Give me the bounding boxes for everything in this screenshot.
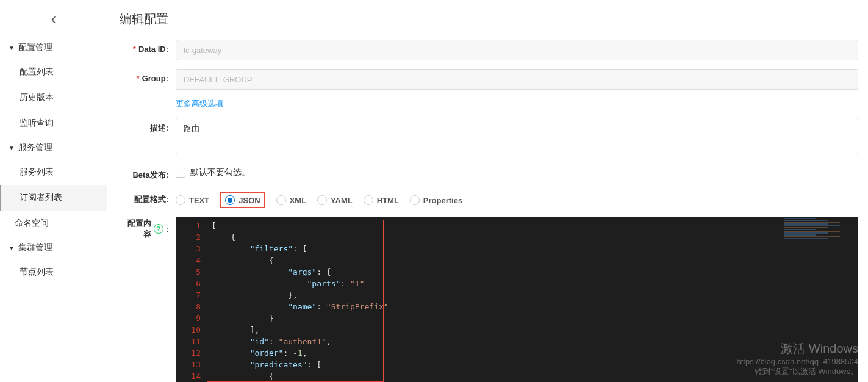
label-group: *Group: (120, 69, 168, 83)
radio-xml[interactable]: XML (276, 195, 306, 205)
label-desc: 描述: (120, 118, 168, 134)
editor-minimap[interactable] (778, 217, 858, 248)
beta-hint: 默认不要勾选。 (190, 167, 250, 178)
caret-down-icon: ▼ (9, 245, 15, 251)
nav-item-config-list[interactable]: 配置列表 (0, 59, 107, 85)
label-content: 配置内容 ? : (120, 217, 168, 240)
link-more-options[interactable]: 更多高级选项 (176, 99, 223, 108)
help-icon[interactable]: ? (154, 224, 163, 234)
nav-item-service-list[interactable]: 服务列表 (0, 159, 107, 185)
nav-item-history[interactable]: 历史版本 (0, 85, 107, 110)
nav-item-node-list[interactable]: 节点列表 (0, 259, 107, 285)
caret-down-icon: ▼ (9, 45, 15, 51)
main-content: 编辑配置 *Data ID: *Group: 更多高级选项 描述: 路由 Bet… (107, 0, 868, 382)
radio-html[interactable]: HTML (364, 195, 399, 205)
nav-item-listen[interactable]: 监听查询 (0, 110, 107, 136)
textarea-desc[interactable]: 路由 (176, 118, 858, 154)
input-data-id[interactable] (176, 40, 858, 60)
checkbox-beta[interactable] (176, 168, 185, 178)
radio-text[interactable]: TEXT (176, 195, 209, 205)
radio-json[interactable]: JSON (220, 192, 265, 208)
label-format: 配置格式: (120, 189, 168, 205)
caret-down-icon: ▼ (9, 145, 15, 151)
nav-item-namespace[interactable]: 命名空间 (0, 211, 107, 236)
sidebar: ‹ ▼配置管理 配置列表 历史版本 监听查询 ▼服务管理 服务列表 订阅者列表 … (0, 0, 107, 382)
code-editor[interactable]: 123456789101112131415 [ { "filters": [ {… (176, 217, 858, 382)
back-icon[interactable]: ‹ (0, 6, 107, 36)
input-group[interactable] (176, 69, 858, 90)
editor-gutter: 123456789101112131415 (176, 217, 207, 382)
label-beta: Beta发布: (120, 165, 168, 181)
editor-code[interactable]: [ { "filters": [ { "args": { "parts": "1… (207, 217, 858, 382)
nav-item-subscriber[interactable]: 订阅者列表 (0, 185, 107, 211)
radio-properties[interactable]: Properties (410, 195, 462, 205)
nav-group-config[interactable]: ▼配置管理 (0, 36, 107, 59)
page-title: 编辑配置 (120, 11, 858, 27)
radio-yaml[interactable]: YAML (317, 195, 353, 205)
nav-group-service[interactable]: ▼服务管理 (0, 136, 107, 159)
label-data-id: *Data ID: (120, 40, 168, 54)
nav-group-cluster[interactable]: ▼集群管理 (0, 236, 107, 259)
